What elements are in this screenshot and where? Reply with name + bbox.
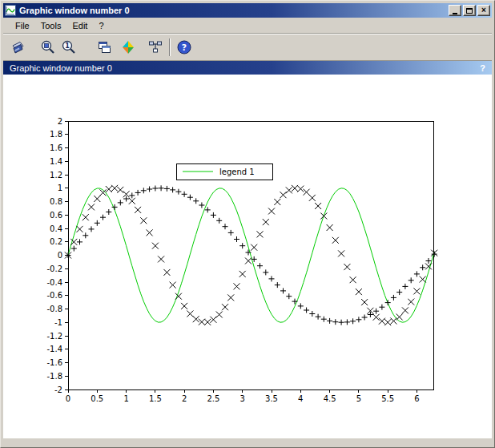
x-tick-label: 6	[414, 394, 419, 403]
window-resize-strip[interactable]	[3, 438, 492, 445]
y-tick-label: -1.4	[46, 345, 62, 353]
y-tick-label: -1.8	[46, 372, 62, 381]
tick-labels: 00.511.522.533.544.555.5621.81.61.41.210…	[46, 117, 419, 404]
info-bar: Graphic window number 0 ?	[3, 61, 492, 75]
y-tick-label: -0.6	[46, 291, 62, 300]
close-button[interactable]: ×	[477, 5, 490, 16]
close-icon: ×	[481, 6, 486, 14]
x-tick-label: 1.5	[149, 394, 162, 403]
y-tick-label: 1.8	[50, 130, 62, 139]
x-tick-label: 4	[298, 394, 303, 403]
x-tick-label: 0	[66, 394, 70, 403]
svg-text:1: 1	[65, 42, 70, 50]
series-green-line	[68, 188, 434, 322]
y-tick-label: 1	[58, 184, 62, 192]
title-bar[interactable]: Graphic window number 0 ×	[3, 3, 492, 18]
plot-canvas[interactable]: 00.511.522.533.544.555.5621.81.61.41.210…	[3, 75, 492, 438]
rotate-3d-button[interactable]	[119, 38, 138, 57]
copy-figure-icon	[96, 39, 112, 55]
print-export-button[interactable]	[8, 38, 27, 57]
copy-figure-button[interactable]	[95, 38, 114, 57]
x-tick-label: 1	[123, 394, 128, 403]
minimize-button[interactable]	[449, 5, 461, 16]
y-tick-label: -1.2	[46, 332, 62, 341]
y-tick-label: -0.2	[46, 264, 62, 273]
y-tick-label: 0.6	[50, 211, 62, 220]
scilab-plot-icon	[5, 5, 16, 16]
y-tick-label: -0.4	[46, 278, 62, 287]
menu-help[interactable]: ?	[93, 19, 109, 32]
zoom-area-button[interactable]	[38, 38, 58, 57]
menu-bar: File Tools Edit ?	[3, 18, 492, 34]
legend-label: legend 1	[219, 167, 255, 176]
toolbar-separator	[169, 38, 171, 56]
menu-tools[interactable]: Tools	[35, 19, 67, 32]
y-tick-label: -2	[54, 385, 62, 394]
rotate-3d-icon	[120, 39, 136, 55]
y-tick-label: 0	[58, 251, 62, 260]
menu-edit[interactable]: Edit	[66, 19, 93, 32]
graphics-editor-button[interactable]	[146, 38, 165, 57]
plot-axes	[65, 121, 433, 393]
y-tick-label: 1.4	[50, 157, 62, 166]
svg-text:?: ?	[182, 42, 187, 53]
x-tick-label: 5.5	[381, 394, 394, 403]
x-tick-label: 3.5	[265, 394, 278, 403]
graphics-editor-icon	[147, 39, 163, 55]
y-tick-label: 0.4	[50, 224, 62, 233]
x-tick-label: 0.5	[91, 394, 103, 403]
tool-bar: 1	[3, 34, 492, 61]
legend-box: legend 1	[176, 163, 272, 180]
help-button[interactable]: ?	[175, 38, 194, 57]
graphic-window: Graphic window number 0 × File Tools Edi…	[0, 0, 495, 448]
menu-file[interactable]: File	[10, 19, 35, 32]
y-tick-label: -0.8	[46, 305, 62, 313]
y-tick-label: 1.6	[50, 143, 62, 152]
minimize-icon	[453, 13, 457, 14]
y-tick-label: 0.2	[50, 237, 62, 246]
infobar-title: Graphic window number 0	[10, 63, 112, 73]
plot-svg[interactable]: 00.511.522.533.544.555.5621.81.61.41.210…	[3, 75, 492, 434]
maximize-button[interactable]	[463, 5, 476, 16]
zoom-reset-icon: 1	[61, 39, 77, 55]
y-tick-label: -1.6	[46, 358, 62, 367]
x-tick-label: 3	[240, 394, 245, 403]
zoom-area-icon	[40, 39, 56, 55]
series-plus-markers	[66, 185, 437, 325]
y-tick-label: 1.2	[50, 171, 62, 180]
infobar-help[interactable]: ?	[480, 63, 485, 73]
maximize-icon	[466, 8, 473, 14]
y-tick-label: -1	[54, 318, 62, 327]
help-icon: ?	[176, 39, 192, 55]
y-tick-label: 2	[58, 117, 62, 126]
print-export-icon	[10, 39, 26, 55]
x-tick-label: 2	[182, 394, 187, 403]
window-title: Graphic window number 0	[19, 6, 447, 15]
x-tick-label: 5	[356, 394, 361, 403]
x-tick-label: 2.5	[207, 394, 219, 403]
y-tick-label: 0.8	[50, 197, 62, 206]
zoom-reset-button[interactable]: 1	[59, 38, 78, 57]
x-tick-label: 4.5	[324, 394, 336, 403]
